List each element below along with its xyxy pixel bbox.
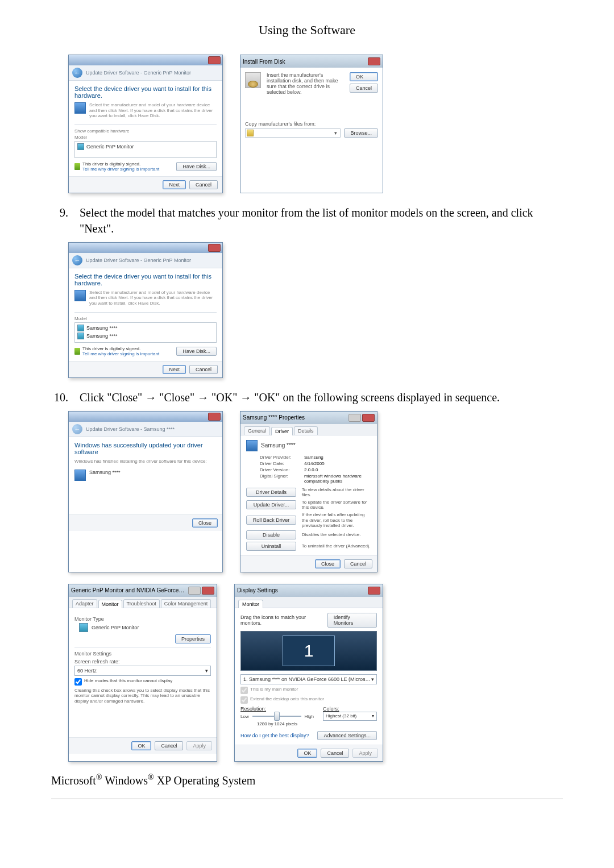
tab-adapter[interactable]: Adapter [72,599,97,608]
os-win: Windows [102,774,148,787]
help-link[interactable]: How do I get the best display? [240,733,309,738]
model-item[interactable]: Samsung **** [77,324,214,332]
ok-button[interactable]: OK [297,749,317,758]
button-bar: Next Cancel [69,176,222,193]
os-xp: XP Operating System [154,774,256,787]
disk-icon [245,72,261,88]
close-icon[interactable] [368,57,380,65]
chevron-down-icon[interactable]: ▾ [333,130,339,136]
checkbox[interactable] [74,678,82,686]
monitor-arrangement[interactable]: 1 [240,631,377,671]
path-input[interactable]: ▾ [245,128,341,138]
signing-link[interactable]: Tell me why driver signing is important [82,351,159,356]
tab-troubleshoot[interactable]: Troubleshoot [123,599,160,608]
cancel-button[interactable]: Cancel [155,741,183,750]
close-icon[interactable] [368,587,380,595]
tab-driver[interactable]: Driver [271,427,293,435]
update-driver-button[interactable]: Update Driver... [246,500,296,509]
ok-button[interactable]: OK [131,741,151,750]
identify-monitors-button[interactable]: Identify Monitors [327,613,377,628]
separator [74,647,211,647]
chevron-down-icon: ▾ [371,676,374,682]
monitor-select[interactable]: 1. Samsung **** on NVIDIA GeForce 6600 L… [240,674,377,684]
colors-select[interactable]: Highest (32 bit) ▾ [323,712,377,721]
next-button[interactable]: Next [163,180,186,189]
properties-button[interactable]: Properties [175,634,211,643]
monitor-1-icon[interactable]: 1 [283,636,335,666]
close-icon[interactable] [202,587,214,595]
model-listbox[interactable]: Generic PnP Monitor [74,141,217,158]
slider-thumb[interactable] [274,712,280,721]
driver-wizard-1: ← Update Driver Software - Generic PnP M… [68,55,223,193]
signed-text: This driver is digitally signed. [82,346,159,351]
close-button[interactable]: Close [315,559,341,568]
back-icon[interactable]: ← [72,255,82,265]
tab-details[interactable]: Details [294,426,318,435]
cancel-button[interactable]: Cancel [350,84,378,93]
monitor-properties-dialog: Samsung **** Properties General Driver D… [240,411,377,572]
rollback-driver-button[interactable]: Roll Back Driver [246,516,296,525]
registered-icon: ® [96,773,102,782]
tab-color-management[interactable]: Color Management [161,599,211,608]
separator [74,312,217,313]
document-page: Using the Software ← Update Driver Softw… [0,0,614,811]
uninstall-desc: To uninstall the driver (Advanced). [302,543,371,549]
cancel-button[interactable]: Cancel [189,365,218,374]
uninstall-button[interactable]: Uninstall [246,542,296,551]
cancel-button[interactable]: Cancel [189,180,218,189]
close-icon[interactable] [208,413,221,421]
have-disk-button[interactable]: Have Disk... [176,347,217,356]
back-icon[interactable]: ← [72,68,82,78]
tab-monitor[interactable]: Monitor [98,600,122,608]
titlebar [69,412,222,422]
browse-button[interactable]: Browse... [344,128,378,138]
signer-label: Digital Signer: [260,474,300,484]
advanced-settings-button[interactable]: Advanced Settings... [317,731,377,740]
tab-monitor[interactable]: Monitor [238,600,263,608]
model-item[interactable]: Samsung **** [77,332,214,340]
monitor-icon [246,440,258,451]
close-icon[interactable] [208,56,221,64]
tab-general[interactable]: General [244,426,270,435]
signed-row: This driver is digitally signed. Tell me… [74,161,217,172]
close-icon[interactable] [208,244,221,252]
button-bar: OK Cancel Apply [235,745,383,761]
monitor-icon [77,333,84,339]
chevron-down-icon: ▾ [205,668,208,674]
wizard-heading: Select the device driver you want to ins… [74,273,217,286]
refresh-rate-select[interactable]: 60 Hertz ▾ [74,666,211,676]
adapter-monitor-dialog: Generic PnP Monitor and NVIDIA GeForce 6… [68,584,217,762]
compat-checkbox-label[interactable]: Show compatible hardware [74,128,217,134]
slider-track[interactable] [252,716,301,717]
ok-button[interactable]: OK [350,72,378,81]
device-name: Samsung **** [261,442,296,448]
colors-value: Highest (32 bit) [326,713,356,719]
next-button[interactable]: Next [163,365,186,374]
close-icon[interactable] [362,414,375,422]
close-button[interactable]: Close [192,518,218,528]
have-disk-button[interactable]: Have Disk... [176,162,217,171]
driver-details-button[interactable]: Driver Details [246,488,296,497]
wizard-body: Windows has successfully updated your dr… [69,437,222,514]
titlebar [69,243,222,253]
model-listbox[interactable]: Samsung **** Samsung **** [74,322,217,343]
cancel-button[interactable]: Cancel [344,559,372,568]
monitor-icon [79,623,88,632]
resolution-slider[interactable]: Low High [240,714,314,719]
drag-msg: Drag the icons to match your monitors. [240,614,327,626]
model-label: Model [74,316,217,321]
help-icon[interactable] [349,414,361,422]
cancel-button[interactable]: Cancel [321,749,349,758]
shield-icon [74,163,80,170]
disable-button[interactable]: Disable [246,530,296,539]
wizard-subtext-label: Select the manufacturer and model of you… [89,290,217,306]
chevron-down-icon: ▾ [372,713,374,719]
hide-modes-checkbox[interactable]: Hide modes that this monitor cannot disp… [74,678,211,686]
folder-icon [247,130,254,136]
screenshot-row-2: ← Update Driver Software - Generic PnP M… [68,242,563,378]
minimize-icon[interactable] [188,587,201,595]
wizard-body: Select the device driver you want to ins… [69,81,222,176]
provider-value: Samsung [304,455,371,460]
signing-link[interactable]: Tell me why driver signing is important [82,167,159,172]
model-item[interactable]: Generic PnP Monitor [77,143,214,151]
